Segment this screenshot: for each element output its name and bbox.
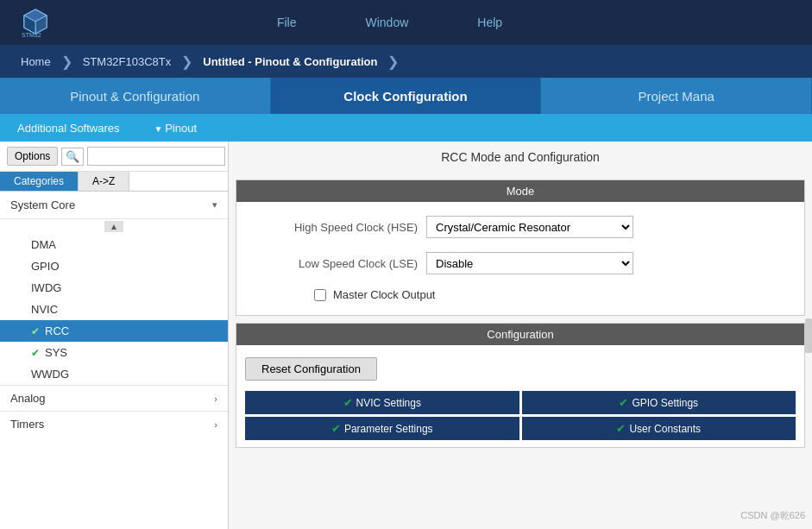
iwdg-label: IWDG xyxy=(31,281,61,294)
sidebar-item-sys[interactable]: ✔ SYS xyxy=(0,342,228,363)
sys-check-icon: ✔ xyxy=(31,347,40,359)
main-tabs: Pinout & Configuration Clock Configurati… xyxy=(0,78,812,114)
subtab-pinout[interactable]: Pinout xyxy=(146,122,206,135)
sidebar-filter-tabs: Categories A->Z xyxy=(0,172,228,192)
hse-label: High Speed Clock (HSE) xyxy=(245,221,418,234)
options-button[interactable]: Options xyxy=(7,147,58,166)
expand-system-core-icon: ▾ xyxy=(212,199,217,211)
hse-row: High Speed Clock (HSE) Disable BYPASS Cl… xyxy=(245,209,796,245)
svg-text:CubeMX: CubeMX xyxy=(20,40,40,41)
config-header: Configuration xyxy=(236,324,804,345)
mode-section: Mode High Speed Clock (HSE) Disable BYPA… xyxy=(236,179,805,316)
wwdg-label: WWDG xyxy=(31,368,69,381)
tab-project[interactable]: Project Mana xyxy=(541,78,812,114)
sidebar-items-list: DMA GPIO IWDG NVIC ✔ RCC ✔ SYS WWDG xyxy=(0,234,228,385)
sidebar-item-iwdg[interactable]: IWDG xyxy=(0,277,228,299)
resize-handle[interactable] xyxy=(805,318,812,353)
breadcrumb-current[interactable]: Untitled - Pinout & Configuration xyxy=(192,55,387,68)
analog-arrow-icon: › xyxy=(214,394,217,404)
config-body: Reset Configuration ✔ NVIC Settings ✔ GP… xyxy=(236,345,804,447)
tab-pinout[interactable]: Pinout & Configuration xyxy=(0,78,271,114)
sidebar-item-rcc[interactable]: ✔ RCC xyxy=(0,320,228,342)
gpio-label: GPIO xyxy=(31,260,60,273)
sidebar-item-wwdg[interactable]: WWDG xyxy=(0,363,228,385)
logo-area: STM32 CubeMX xyxy=(17,4,54,41)
tab-clock[interactable]: Clock Configuration xyxy=(271,78,542,114)
top-bar: STM32 CubeMX File Window Help xyxy=(0,0,812,45)
lse-label: Low Speed Clock (LSE) xyxy=(245,257,418,270)
nvic-settings-label: NVIC Settings xyxy=(356,397,421,409)
timers-arrow-icon: › xyxy=(214,419,217,430)
reset-config-button[interactable]: Reset Configuration xyxy=(245,357,377,381)
category-system-core[interactable]: System Core ▾ xyxy=(0,192,228,219)
breadcrumb-device[interactable]: STM32F103C8Tx xyxy=(72,55,182,68)
gpio-settings-tab[interactable]: ✔ GPIO Settings xyxy=(522,391,796,414)
sys-label: SYS xyxy=(45,346,67,359)
tab-az[interactable]: A->Z xyxy=(79,172,129,191)
dma-label: DMA xyxy=(31,238,56,251)
nvic-check-icon: ✔ xyxy=(343,396,353,409)
svg-text:STM32: STM32 xyxy=(22,32,41,38)
nvic-label: NVIC xyxy=(31,303,58,316)
user-const-check-icon: ✔ xyxy=(616,422,626,435)
gpio-settings-label: GPIO Settings xyxy=(632,397,698,409)
sidebar-item-gpio[interactable]: GPIO xyxy=(0,255,228,277)
search-input[interactable] xyxy=(87,147,225,166)
sidebar: Options 🔍 ▼ Categories A->Z System Core … xyxy=(0,142,229,529)
timers-label: Timers xyxy=(10,418,44,431)
menu-help[interactable]: Help xyxy=(477,16,502,29)
breadcrumb-sep-1: ❯ xyxy=(61,54,72,70)
master-clock-label: Master Clock Output xyxy=(333,288,436,301)
search-icon[interactable]: 🔍 xyxy=(61,148,84,166)
subtab-additional[interactable]: Additional Softwares xyxy=(9,122,129,135)
mode-body: High Speed Clock (HSE) Disable BYPASS Cl… xyxy=(236,202,804,315)
section-timers[interactable]: Timers › xyxy=(0,411,228,437)
expand-collapse-btn[interactable]: ▲ xyxy=(0,219,228,234)
hse-select[interactable]: Disable BYPASS Clock Source Crystal/Cera… xyxy=(426,216,633,238)
breadcrumb-sep-2: ❯ xyxy=(181,54,192,70)
settings-tabs-grid: ✔ NVIC Settings ✔ GPIO Settings ✔ Parame… xyxy=(245,391,796,440)
master-clock-row: Master Clock Output xyxy=(245,281,796,308)
mode-header: Mode xyxy=(236,180,804,202)
lse-select[interactable]: Disable Crystal/Ceramic Resonator BYPASS… xyxy=(426,252,633,274)
breadcrumb-home[interactable]: Home xyxy=(10,55,61,68)
collapse-icon: ▲ xyxy=(104,221,123,232)
sidebar-item-nvic[interactable]: NVIC xyxy=(0,299,228,320)
sidebar-item-dma[interactable]: DMA xyxy=(0,234,228,255)
lse-row: Low Speed Clock (LSE) Disable Crystal/Ce… xyxy=(245,245,796,281)
watermark: CSDN @乾626 xyxy=(740,509,805,522)
parameter-settings-tab[interactable]: ✔ Parameter Settings xyxy=(245,417,519,440)
menu-window[interactable]: Window xyxy=(365,16,408,29)
top-menu: File Window Help xyxy=(54,16,726,29)
rcc-check-icon: ✔ xyxy=(31,325,40,337)
gpio-check-icon: ✔ xyxy=(619,396,628,409)
user-constants-tab[interactable]: ✔ User Constants xyxy=(522,417,796,440)
parameter-settings-label: Parameter Settings xyxy=(344,423,433,435)
menu-file[interactable]: File xyxy=(277,16,297,29)
breadcrumb: Home ❯ STM32F103C8Tx ❯ Untitled - Pinout… xyxy=(0,45,812,78)
param-check-icon: ✔ xyxy=(331,422,341,435)
panel-title: RCC Mode and Configuration xyxy=(229,142,812,173)
rcc-label: RCC xyxy=(45,324,69,337)
user-constants-label: User Constants xyxy=(629,423,701,435)
master-clock-checkbox[interactable] xyxy=(314,289,326,301)
tab-categories[interactable]: Categories xyxy=(0,172,79,191)
stm32-logo: STM32 CubeMX xyxy=(17,4,54,41)
breadcrumb-sep-3: ❯ xyxy=(387,54,399,70)
sidebar-search-row: Options 🔍 ▼ xyxy=(0,142,228,172)
main-panel: RCC Mode and Configuration Mode High Spe… xyxy=(229,142,812,529)
configuration-section: Configuration Reset Configuration ✔ NVIC… xyxy=(236,323,805,448)
analog-label: Analog xyxy=(10,392,45,405)
section-analog[interactable]: Analog › xyxy=(0,385,228,411)
system-core-label: System Core xyxy=(10,198,75,211)
sub-tabs: Additional Softwares Pinout xyxy=(0,114,812,142)
content-area: Options 🔍 ▼ Categories A->Z System Core … xyxy=(0,142,812,529)
nvic-settings-tab[interactable]: ✔ NVIC Settings xyxy=(245,391,519,414)
